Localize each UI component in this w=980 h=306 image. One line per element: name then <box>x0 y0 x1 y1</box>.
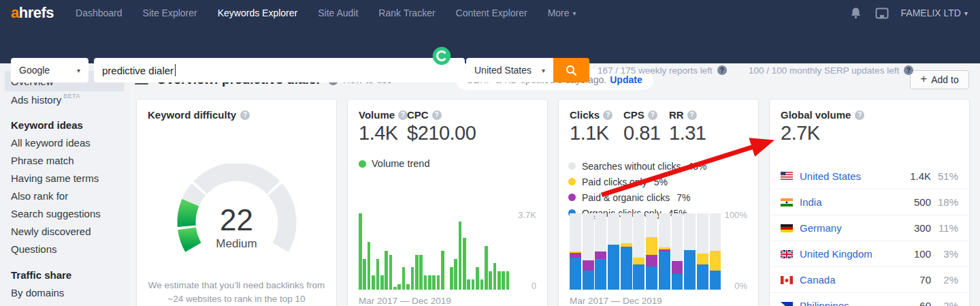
country-link[interactable]: Canada <box>800 274 836 286</box>
country-select[interactable]: United States▾ <box>466 58 553 82</box>
country-row: Canada 70 2% <box>770 266 969 292</box>
legend-dot <box>568 178 576 185</box>
help-icon[interactable]: ? <box>240 110 250 120</box>
volume-trend-chart <box>359 213 514 290</box>
nav-dashboard[interactable]: Dashboard <box>76 7 122 18</box>
country-link[interactable]: India <box>800 196 822 208</box>
ph-flag-icon <box>781 302 793 306</box>
sidebar-item-phrase-match[interactable]: Phrase match <box>0 151 129 169</box>
text-cursor <box>175 64 176 76</box>
legend-dot <box>568 194 576 201</box>
clicks-bar <box>672 213 683 290</box>
y-axis-max: 3.7K <box>518 210 536 220</box>
sidebar-item-all-keyword-ideas[interactable]: All keyword ideas <box>0 134 129 151</box>
legend-dot <box>568 162 576 170</box>
country-share: 3% <box>931 248 958 260</box>
country-list: United States 1.4K 51% India 500 18% Ger… <box>770 163 969 306</box>
global-volume-card: Global volume? 2.7K United States 1.4K 5… <box>769 99 970 306</box>
help-icon[interactable]: ? <box>603 110 612 120</box>
sidebar-item-by-domains[interactable]: By domains <box>0 284 129 301</box>
search-engine-select[interactable]: Google▾ <box>11 58 88 82</box>
volume-bar <box>363 259 366 290</box>
legend-item: Searches without clicks43% <box>568 158 707 174</box>
sidebar-item-newly-discovered[interactable]: Newly discovered <box>0 222 129 240</box>
difficulty-note: We estimate that you’ll need backlinks f… <box>137 279 336 306</box>
volume-bar <box>372 275 375 290</box>
clicks-bar <box>608 213 619 290</box>
extension-badge-icon[interactable] <box>432 46 451 65</box>
volume-bar <box>393 287 397 290</box>
volume-bar <box>415 255 419 290</box>
us-flag-icon <box>781 172 793 180</box>
nav-content-explorer[interactable]: Content Explorer <box>456 7 527 18</box>
bell-icon[interactable] <box>849 6 863 20</box>
screen-icon[interactable] <box>875 6 889 20</box>
help-icon[interactable]: ? <box>398 110 408 120</box>
country-volume: 60 <box>919 300 931 306</box>
nav-rank-tracker[interactable]: Rank Tracker <box>378 7 435 18</box>
sidebar-header-keyword-ideas: Keyword ideas <box>0 116 129 134</box>
keyword-input[interactable]: predictive dialer <box>94 58 465 82</box>
sidebar-item-search-suggestions[interactable]: Search suggestions <box>0 204 129 222</box>
clicks-bar <box>595 213 606 290</box>
volume-bar <box>411 267 414 290</box>
volume-bar <box>397 284 401 290</box>
x-axis-range: Mar 2017 — Dec 2019 <box>570 296 662 306</box>
volume-bar <box>459 221 462 290</box>
country-volume: 300 <box>914 222 931 234</box>
volume-bar <box>506 271 510 290</box>
nav-site-audit[interactable]: Site Audit <box>318 7 358 18</box>
y-axis-max: 100% <box>725 210 747 220</box>
help-icon[interactable]: ? <box>855 110 864 120</box>
global-volume-value: 2.7K <box>781 122 820 144</box>
country-share: 51% <box>931 170 958 182</box>
volume-bar <box>472 279 475 290</box>
legend-dot <box>359 160 366 168</box>
country-link[interactable]: United Kingdom <box>800 248 872 260</box>
sidebar: Overview Ads history BETA Keyword ideas … <box>0 63 129 306</box>
help-icon[interactable]: ? <box>648 110 657 120</box>
nav-more[interactable]: More <box>548 7 576 18</box>
volume-bar <box>368 242 371 290</box>
volume-bar <box>489 271 492 290</box>
card-title: Keyword difficulty? <box>148 109 250 121</box>
clicks-breakdown-chart <box>570 213 725 290</box>
search-button[interactable] <box>553 58 589 82</box>
clicks-bar <box>583 213 594 290</box>
help-icon[interactable]: ? <box>904 65 913 75</box>
volume-bar <box>380 275 384 290</box>
country-link[interactable]: Philippines <box>800 300 849 306</box>
volume-bar <box>454 259 457 290</box>
country-share: 11% <box>931 222 958 234</box>
add-to-button[interactable]: Add to <box>910 70 969 89</box>
clicks-bar <box>710 213 721 290</box>
volume-bar <box>467 279 470 290</box>
serp-updates-quota: 100 / 100 monthly SERP updates left? <box>749 58 913 82</box>
country-row: United States 1.4K 51% <box>770 163 969 189</box>
ahrefs-logo[interactable]: ahrefs <box>11 4 54 22</box>
account-menu[interactable]: FAMELIX LTD <box>901 7 968 18</box>
sidebar-item-ads-history[interactable]: Ads history BETA <box>0 91 129 108</box>
sidebar-item-having-same-terms[interactable]: Having same terms <box>0 169 129 187</box>
country-row: United Kingdom 100 3% <box>770 241 969 266</box>
country-link[interactable]: Germany <box>800 222 842 234</box>
clicks-bar <box>659 213 670 290</box>
clicks-card: Clicks? CPS? RR? 1.1K 0.81 1.31 Searches… <box>558 99 759 306</box>
volume-bar <box>450 267 453 290</box>
weekly-reports-quota: 167 / 175 weekly reports left? <box>598 58 727 82</box>
clicks-bar <box>570 213 581 290</box>
plus-icon <box>920 73 927 87</box>
help-icon[interactable]: ? <box>432 110 442 120</box>
nav-keywords-explorer[interactable]: Keywords Explorer <box>218 7 298 18</box>
volume-bar <box>493 263 497 290</box>
sidebar-item-also-rank-for[interactable]: Also rank for <box>0 187 129 204</box>
country-link[interactable]: United States <box>800 170 861 182</box>
help-icon[interactable]: ? <box>717 65 727 75</box>
volume-card: Volume? CPC? 1.4K $210.00 Volume trend 3… <box>347 99 548 306</box>
nav-site-explorer[interactable]: Site Explorer <box>143 7 197 18</box>
country-volume: 500 <box>914 196 931 208</box>
sidebar-item-questions[interactable]: Questions <box>0 240 129 258</box>
search-bar: Google▾ predictive dialer United States▾… <box>0 26 980 63</box>
help-icon[interactable]: ? <box>687 110 697 120</box>
volume-bar <box>402 267 406 290</box>
